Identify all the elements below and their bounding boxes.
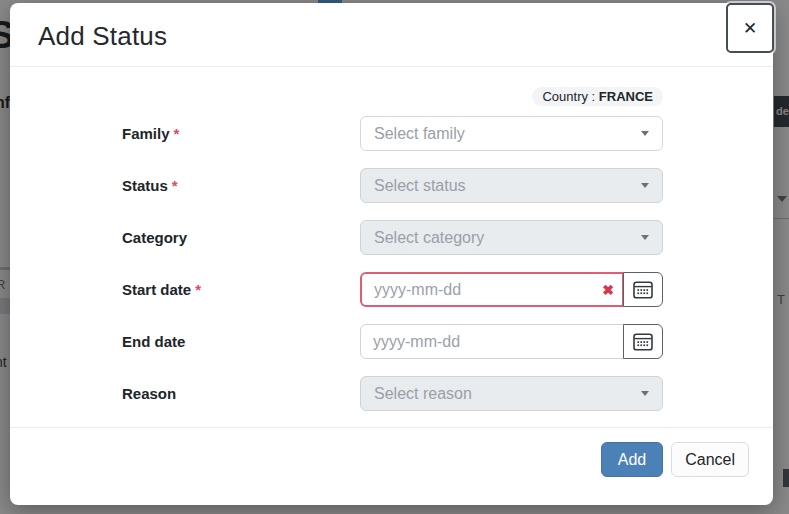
add-button[interactable]: Add — [601, 442, 663, 477]
cancel-button[interactable]: Cancel — [671, 442, 749, 477]
modal-footer: Add Cancel — [10, 427, 773, 491]
required-asterisk: * — [172, 177, 178, 194]
close-icon: ✕ — [743, 18, 757, 39]
field-label-text: Reason — [122, 385, 176, 402]
field-label: Status* — [122, 177, 360, 194]
country-label: Country : FRANCE — [532, 87, 663, 106]
end-date-input[interactable] — [360, 324, 624, 359]
category-select[interactable]: Select category — [360, 220, 663, 255]
error-icon: ✖ — [602, 283, 614, 297]
field-label-text: Status — [122, 177, 168, 194]
country-value: FRANCE — [599, 89, 653, 104]
field-label: Reason — [122, 385, 360, 402]
form-row-reason: Reason Select reason — [122, 376, 663, 411]
status-select[interactable]: Select status — [360, 168, 663, 203]
family-select[interactable]: Select family — [360, 116, 663, 151]
start-date-input[interactable] — [360, 272, 624, 307]
select-placeholder: Select category — [374, 229, 484, 247]
chevron-down-icon — [641, 183, 649, 188]
select-placeholder: Select status — [374, 177, 466, 195]
close-button[interactable]: ✕ — [726, 3, 774, 53]
form-row-status: Status* Select status — [122, 168, 663, 203]
field-label-text: Start date — [122, 281, 191, 298]
required-asterisk: * — [195, 281, 201, 298]
country-row: Country : FRANCE — [122, 87, 663, 109]
form-row-category: Category Select category — [122, 220, 663, 255]
form-row-end-date: End date — [122, 324, 663, 359]
required-asterisk: * — [174, 125, 180, 142]
modal-body: Country : FRANCE Family* Select family S… — [10, 67, 773, 427]
add-status-modal: Add Status ✕ Country : FRANCE Family* Se… — [10, 3, 773, 505]
field-label: End date — [122, 333, 360, 350]
country-label-text: Country : — [542, 89, 595, 104]
field-label: Family* — [122, 125, 360, 142]
form-row-start-date: Start date* ✖ — [122, 272, 663, 307]
modal-title: Add Status — [38, 20, 745, 52]
select-placeholder: Select reason — [374, 385, 472, 403]
reason-select[interactable]: Select reason — [360, 376, 663, 411]
start-date-calendar-button[interactable] — [623, 272, 663, 307]
field-label-text: Category — [122, 229, 187, 246]
field-label: Category — [122, 229, 360, 246]
end-date-calendar-button[interactable] — [623, 324, 663, 359]
chevron-down-icon — [641, 391, 649, 396]
chevron-down-icon — [641, 235, 649, 240]
calendar-icon — [633, 281, 653, 299]
modal-header: Add Status ✕ — [10, 3, 773, 67]
select-placeholder: Select family — [374, 125, 465, 143]
form-row-family: Family* Select family — [122, 116, 663, 151]
field-label-text: Family — [122, 125, 170, 142]
field-label-text: End date — [122, 333, 185, 350]
field-label: Start date* — [122, 281, 360, 298]
chevron-down-icon — [641, 131, 649, 136]
calendar-icon — [633, 333, 653, 351]
